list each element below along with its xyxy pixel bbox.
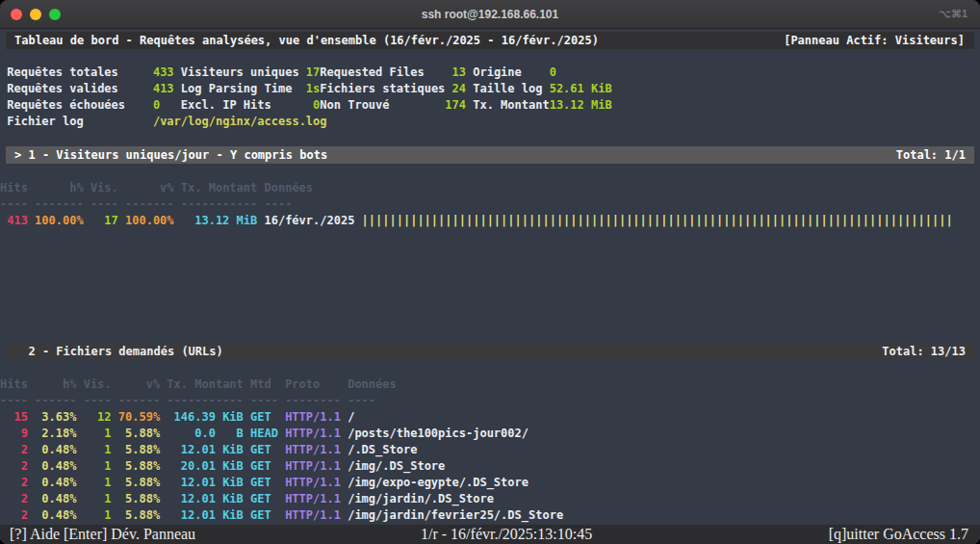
- log-file-path: /var/log/nginx/access.log: [153, 114, 327, 130]
- table-cell: Hits: [0, 376, 28, 393]
- table-cell: 17: [90, 213, 118, 229]
- panel-total: Total: 1/1: [896, 146, 966, 164]
- stat-label: Log Parsing Time: [181, 81, 306, 97]
- table-cell: GET: [250, 442, 278, 458]
- table-cell: 16/févr./2025: [264, 213, 354, 229]
- zoom-button[interactable]: [49, 9, 61, 20]
- terminal-window: ssh root@192.168.66.101 ⌥⌘1 Tableau de b…: [0, 0, 980, 544]
- table-cell: 5.88%: [118, 426, 160, 442]
- window-shortcut-badge: ⌥⌘1: [939, 8, 967, 20]
- table-cell: HTTP/1.1: [285, 426, 341, 442]
- table-cell: /: [348, 409, 980, 426]
- table-row: 20.48%15.88%12.01 KiBGETHTTP/1.1/img/jar…: [0, 507, 980, 524]
- table-cell: Proto: [285, 376, 341, 393]
- close-button[interactable]: [11, 9, 22, 20]
- table-cell: v%: [118, 376, 160, 393]
- table-cell: 0.48%: [35, 507, 76, 524]
- table-cell: GET: [250, 409, 278, 426]
- table-cell: Tx. Montant: [167, 376, 243, 393]
- stat-value: 0: [153, 97, 181, 114]
- table-cell: 2.18%: [35, 426, 76, 442]
- table-cell: 9: [0, 426, 28, 442]
- table-cell: Tx. Montant: [181, 180, 257, 196]
- table-row: 20.48%15.88%12.01 KiBGETHTTP/1.1/.DS_Sto…: [0, 442, 980, 458]
- table-cell: /img/.DS_Store: [348, 458, 980, 475]
- table-cell: /.DS_Store: [348, 442, 980, 458]
- table-cell: ----: [264, 196, 354, 213]
- stat-label: Origine: [473, 65, 549, 81]
- table-cell: Hits: [0, 180, 28, 196]
- table-cell: 1: [84, 442, 112, 458]
- table-cell: 2: [0, 507, 28, 524]
- table-cell: 12.01 KiB: [167, 442, 243, 458]
- stat-label: Taille log: [473, 81, 549, 97]
- table-cell: 413: [0, 213, 28, 229]
- stat-value: 174: [445, 97, 466, 114]
- table-cell: 70.59%: [118, 409, 160, 426]
- stat-label: Requêtes totales: [7, 65, 153, 81]
- summary-row: Requêtes échouées0Excl. IP Hits0Non Trou…: [0, 97, 980, 114]
- table-cell: 5.88%: [118, 507, 160, 524]
- table-row: 92.18%15.88%0.0 BHEADHTTP/1.1/posts/the1…: [0, 426, 980, 442]
- table-cell: ----: [0, 196, 28, 213]
- table-cell: [362, 196, 980, 213]
- table-cell: 2: [0, 458, 28, 475]
- stat-value: 1s: [306, 81, 320, 97]
- dashboard-title: Tableau de bord - Requêtes analysées, vu…: [14, 32, 599, 49]
- table-cell: HTTP/1.1: [285, 491, 341, 507]
- table-cell: 5.88%: [118, 458, 160, 475]
- table-cell: 5.88%: [118, 491, 160, 507]
- table-cell: 0.48%: [35, 491, 76, 507]
- table-row: 20.48%15.88%20.01 KiBGETHTTP/1.1/img/.DS…: [0, 458, 980, 475]
- panel-title: 2 - Fichiers demandés (URLs): [14, 343, 223, 360]
- stat-label: Requested Files: [320, 65, 445, 81]
- table-cell: HTTP/1.1: [285, 409, 341, 426]
- table-cell: 0.48%: [35, 458, 76, 475]
- table-cell: 0.48%: [35, 475, 76, 491]
- table-cell: 0.48%: [35, 442, 76, 458]
- stat-value: 24: [445, 81, 466, 97]
- table-cell: --------: [285, 393, 341, 409]
- table-cell: ----: [250, 393, 278, 409]
- panel-header-files[interactable]: 2 - Fichiers demandés (URLs)Total: 13/13: [6, 343, 974, 360]
- table-row: 20.48%15.88%12.01 KiBGETHTTP/1.1/img/jar…: [0, 491, 980, 507]
- table-header-row: Hitsh%Vis.v%Tx. MontantDonnées: [0, 180, 980, 196]
- stat-value: 13: [445, 65, 466, 81]
- files-table: Hitsh%Vis.v%Tx. MontantMtdProtoDonnées--…: [0, 376, 980, 524]
- minimize-button[interactable]: [30, 9, 41, 20]
- terminal-content[interactable]: Tableau de bord - Requêtes analysées, vu…: [0, 29, 980, 544]
- traffic-lights: [0, 9, 61, 20]
- table-cell: -----------: [167, 393, 243, 409]
- stat-label: Requêtes valides: [7, 81, 153, 97]
- table-cell: Vis.: [84, 376, 112, 393]
- table-cell: 3.63%: [35, 409, 76, 426]
- table-cell: ----: [90, 196, 118, 213]
- table-dash-row: ----------------------------------------…: [0, 393, 980, 409]
- table-cell: HTTP/1.1: [285, 475, 341, 491]
- stat-label: Excl. IP Hits: [181, 97, 306, 114]
- table-cell: ------: [118, 393, 160, 409]
- table-cell: 1: [84, 458, 112, 475]
- table-cell: 20.01 KiB: [167, 458, 243, 475]
- summary-row: Requêtes valides413Log Parsing Time1sFic…: [0, 81, 980, 97]
- table-cell: 100.00%: [125, 213, 174, 229]
- table-dash-row: -------------------------------------: [0, 196, 980, 213]
- table-cell: 13.12 MiB: [181, 213, 257, 229]
- table-cell: ||||||||||||||||||||||||||||||||||||||||…: [362, 213, 980, 229]
- table-cell: HEAD: [250, 426, 278, 442]
- stat-label: Tx. Montant: [473, 97, 549, 114]
- panel-title: > 1 - Visiteurs uniques/jour - Y compris…: [14, 146, 327, 164]
- table-header-row: Hitsh%Vis.v%Tx. MontantMtdProtoDonnées: [0, 376, 980, 393]
- table-cell: 1: [84, 491, 112, 507]
- stat-label: Requêtes échouées: [7, 97, 153, 114]
- table-cell: /img/jardin/.DS_Store: [348, 491, 980, 507]
- window-titlebar[interactable]: ssh root@192.168.66.101 ⌥⌘1: [0, 0, 980, 29]
- window-title: ssh root@192.168.66.101: [0, 8, 980, 21]
- table-cell: GET: [250, 475, 278, 491]
- stat-value: 433: [153, 65, 181, 81]
- dashboard-header-bar: Tableau de bord - Requêtes analysées, vu…: [6, 32, 974, 49]
- current-position-and-date: 1/r - 16/févr./2025:13:10:45: [421, 525, 592, 543]
- panel-header-visitors[interactable]: > 1 - Visiteurs uniques/jour - Y compris…: [6, 146, 974, 164]
- table-cell: ----: [0, 393, 28, 409]
- table-cell: ------: [35, 393, 76, 409]
